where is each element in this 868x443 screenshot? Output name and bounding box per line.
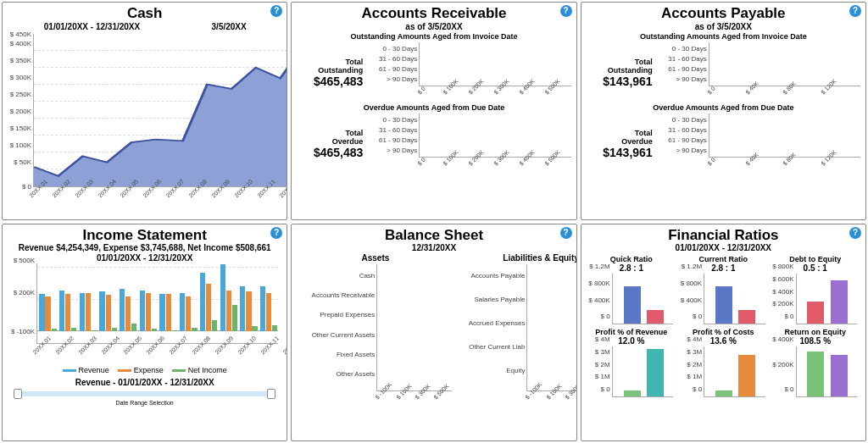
ar-panel: ? Accounts Receivable as of 3/5/20XX Out… — [291, 2, 576, 220]
ratios-title: Financial Ratios — [587, 228, 860, 244]
balance-asof: 12/31/20XX — [297, 243, 570, 253]
income-legend: Revenue Expense Net Income — [8, 366, 281, 374]
ap-sec1: Outstanding Amounts Aged from Invoice Da… — [587, 32, 860, 41]
income-panel: ? Income Statement Revenue $4,254,349, E… — [2, 224, 287, 442]
slider-title: Revenue - 01/01/20XX - 12/31/20XX — [8, 378, 281, 388]
cash-area-chart: $ 0 $ 50K $ 100K $ 150K $ 200K $ 250K $ … — [33, 34, 287, 188]
ap-title: Accounts Payable — [587, 6, 860, 22]
ratio-2: Debt to Equity0.5 : 1$ 0$ 200K$ 400K$ 60… — [772, 255, 859, 324]
liab-title: Liabilities & Equity — [459, 253, 576, 263]
date-range-slider[interactable] — [16, 391, 273, 396]
balance-panel: ? Balance Sheet 12/31/20XX Assets CashAc… — [291, 224, 576, 442]
help-icon[interactable]: ? — [849, 227, 861, 239]
slider-handle-right[interactable] — [267, 389, 275, 399]
balance-title: Balance Sheet — [297, 228, 570, 244]
ap-panel: ? Accounts Payable as of 3/5/20XX Outsta… — [581, 2, 866, 220]
ar-sec1: Outstanding Amounts Aged from Invoice Da… — [297, 32, 570, 41]
cash-date: 3/5/20XX — [176, 22, 281, 32]
ratios-panel: ? Financial Ratios 01/01/20XX - 12/31/20… — [581, 224, 866, 442]
ar-outstanding-amount: $465,483 — [297, 75, 363, 88]
ar-sec2: Overdue Amounts Aged from Due Date — [297, 103, 570, 112]
ratio-0: Quick Ratio2.8 : 1$ 0$ 400K$ 800K$ 1.2M — [588, 255, 675, 324]
slider-caption: Date Range Selection — [8, 400, 281, 406]
slider-handle-left[interactable] — [14, 389, 22, 399]
income-chart: $ -100K $ 200K $ 500K — [36, 263, 278, 344]
ratio-5: Return on Equity108.5 %$ 0$ 200K$ 400K — [772, 328, 859, 397]
help-icon[interactable]: ? — [560, 227, 572, 239]
income-summary: Revenue $4,254,349, Expense $3,745,688, … — [8, 243, 281, 253]
ar-asof: as of 3/5/20XX — [297, 22, 570, 32]
assets-title: Assets — [297, 253, 453, 263]
ar-outstanding-chart: 0 - 30 Days 31 - 60 Days 61 - 90 Days > … — [419, 42, 570, 86]
ratio-3: Profit % of Revenue12.0 %$ 0$ 1M$ 2M$ 3M… — [588, 328, 675, 397]
cash-title: Cash — [8, 6, 281, 22]
assets-chart: CashAccounts ReceivablePrepaid ExpensesO… — [376, 264, 452, 391]
ar-title: Accounts Receivable — [297, 6, 570, 22]
ar-overdue-chart: 0 - 30 Days 31 - 60 Days 61 - 90 Days > … — [419, 114, 570, 158]
ratio-1: Current Ratio2.8 : 1$ 0$ 400K$ 800K$ 1.2… — [680, 255, 766, 324]
ratios-range: 01/01/20XX - 12/31/20XX — [587, 243, 860, 253]
ar-overdue-amount: $465,483 — [297, 146, 363, 159]
ratio-4: Profit % of Costs13.6 %$ 0$ 1M$ 2M$ 3M$ … — [680, 328, 766, 397]
liab-chart: Accounts PayableSalaries PayableAccrued … — [526, 264, 576, 391]
ap-asof: as of 3/5/20XX — [587, 22, 860, 32]
ap-outstanding-amount: $143,961 — [587, 75, 653, 88]
help-icon[interactable]: ? — [849, 5, 861, 17]
cash-xaxis: 20XX.0120XX.0220XX.0320XX.0420XX.0520XX.… — [33, 187, 287, 211]
income-title: Income Statement — [8, 228, 281, 244]
income-range: 01/01/20XX - 12/31/20XX — [8, 253, 281, 263]
help-icon[interactable]: ? — [560, 5, 572, 17]
help-icon[interactable]: ? — [270, 227, 282, 239]
dashboard: ? Cash 01/01/20XX - 12/31/20XX 3/5/20XX … — [2, 2, 866, 441]
ap-overdue-amount: $143,961 — [587, 146, 653, 159]
ap-sec2: Overdue Amounts Aged from Due Date — [587, 103, 860, 112]
cash-panel: ? Cash 01/01/20XX - 12/31/20XX 3/5/20XX … — [2, 2, 287, 220]
